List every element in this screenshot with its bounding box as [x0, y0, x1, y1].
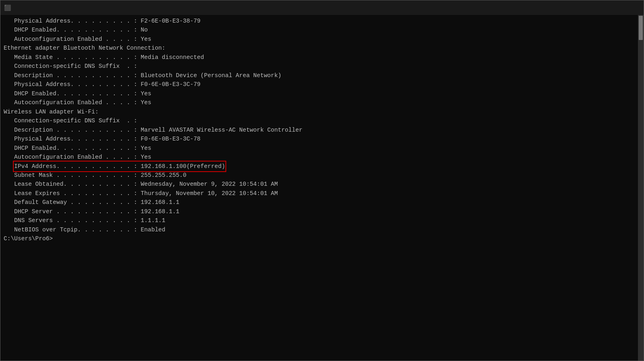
terminal-line: DHCP Enabled. . . . . . . . . . . : No — [4, 25, 635, 34]
terminal-line: Connection-specific DNS Suffix . : — [4, 62, 635, 71]
terminal-line: Autoconfiguration Enabled . . . . : Yes — [4, 98, 635, 107]
terminal-line: Physical Address. . . . . . . . . : F0-6… — [4, 134, 635, 143]
terminal-line: Subnet Mask . . . . . . . . . . . : 255.… — [4, 171, 635, 180]
terminal-line: Connection-specific DNS Suffix . : — [4, 116, 635, 125]
terminal-line: DHCP Enabled. . . . . . . . . . . : Yes — [4, 144, 635, 153]
terminal-line: DHCP Server . . . . . . . . . . . : 192.… — [4, 207, 635, 216]
terminal-line: NetBIOS over Tcpip. . . . . . . . : Enab… — [4, 225, 635, 234]
terminal-line: Media State . . . . . . . . . . . : Medi… — [4, 53, 635, 62]
terminal-line: Lease Obtained. . . . . . . . . . : Wedn… — [4, 180, 635, 189]
terminal-line: DHCP Enabled. . . . . . . . . . . : Yes — [4, 89, 635, 98]
terminal-line: Autoconfiguration Enabled . . . . : Yes — [4, 35, 635, 44]
terminal-line: Default Gateway . . . . . . . . . : 192.… — [4, 198, 635, 207]
terminal-line: Physical Address. . . . . . . . . : F0-6… — [4, 80, 635, 89]
maximize-button[interactable] — [603, 0, 622, 15]
terminal-line: Lease Expires . . . . . . . . . . : Thur… — [4, 189, 635, 198]
terminal-line: Description . . . . . . . . . . . : Blue… — [4, 71, 635, 80]
terminal-line: Wireless LAN adapter Wi-Fi: — [4, 107, 635, 116]
window-controls — [585, 0, 640, 15]
terminal-line: DNS Servers . . . . . . . . . . . : 1.1.… — [4, 216, 635, 225]
terminal-line: Physical Address. . . . . . . . . : F2-6… — [4, 17, 635, 25]
close-button[interactable] — [622, 0, 640, 15]
cmd-icon: ⬛ — [4, 4, 11, 11]
line-indent — [4, 163, 14, 170]
terminal-line: Autoconfiguration Enabled . . . . : Yes — [4, 153, 635, 162]
scrollbar[interactable] — [638, 15, 644, 361]
scrollbar-thumb[interactable] — [639, 16, 643, 40]
title-bar: ⬛ — [0, 0, 644, 15]
title-bar-left: ⬛ — [4, 4, 14, 11]
terminal-line: Description . . . . . . . . . . . : Marv… — [4, 126, 635, 134]
terminal-line: Ethernet adapter Bluetooth Network Conne… — [4, 44, 635, 52]
terminal-line: C:\Users\Pro6> — [4, 234, 635, 243]
content-area: Physical Address. . . . . . . . . : F2-6… — [0, 15, 644, 361]
terminal-line: IPv4 Address. . . . . . . . . . . : 192.… — [4, 162, 635, 171]
terminal-output[interactable]: Physical Address. . . . . . . . . : F2-6… — [0, 15, 638, 361]
cmd-window: ⬛ Physical Address. . . . . . . . . : F2… — [0, 0, 644, 361]
minimize-button[interactable] — [585, 0, 603, 15]
highlighted-ipv4-line: IPv4 Address. . . . . . . . . . . : 192.… — [14, 162, 225, 171]
